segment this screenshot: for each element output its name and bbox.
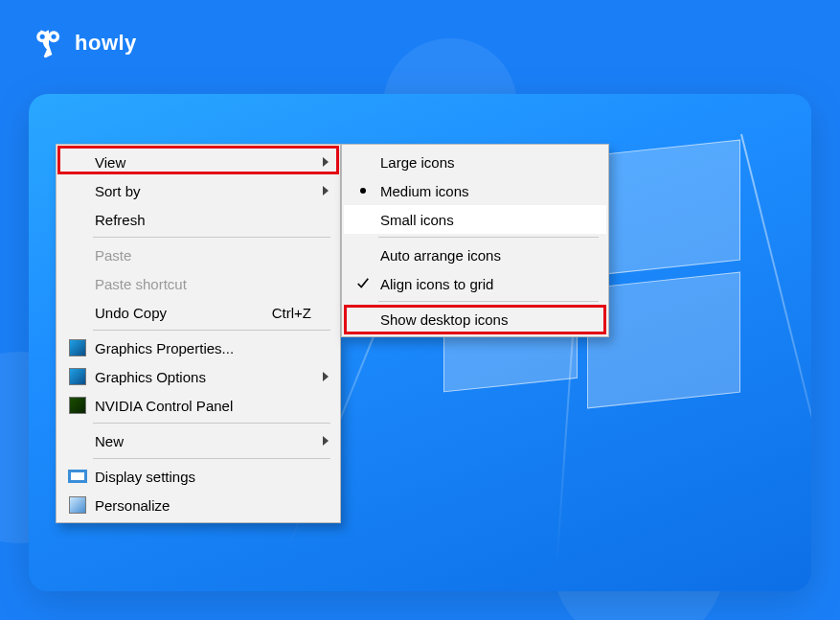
menu-separator [93,423,330,424]
menu-item-refresh[interactable]: Refresh [58,205,338,234]
svg-point-2 [40,34,45,39]
menu-item-graphics-properties[interactable]: Graphics Properties... [58,333,338,362]
menu-item-graphics-options[interactable]: Graphics Options [58,362,338,391]
view-submenu: Large icons Medium icons Small icons Aut… [341,144,609,337]
menu-accelerator: Ctrl+Z [272,305,311,321]
menu-label: Large icons [380,154,579,171]
menu-label: Personalize [95,497,311,514]
menu-label: Paste [95,247,311,264]
menu-separator [93,458,330,459]
submenu-item-large-icons[interactable]: Large icons [344,148,606,176]
menu-item-personalize[interactable]: Personalize [58,491,338,519]
menu-item-paste-shortcut: Paste shortcut [58,269,338,298]
submenu-item-show-desktop-icons[interactable]: Show desktop icons [344,305,606,333]
personalize-icon [69,496,86,514]
menu-label: Auto arrange icons [380,247,579,264]
submenu-item-align-icons-to-grid[interactable]: Align icons to grid [344,269,606,298]
chevron-right-icon [323,372,329,381]
menu-item-paste: Paste [58,241,338,269]
menu-label: Paste shortcut [95,276,311,292]
menu-label: Small icons [380,212,579,228]
intel-icon [69,368,86,385]
menu-item-display-settings[interactable]: Display settings [58,462,338,491]
menu-label: Graphics Options [95,369,311,385]
owl-icon [33,27,65,59]
menu-separator [378,301,599,302]
menu-label: New [95,433,311,449]
brand-name: howly [75,31,137,56]
chevron-right-icon [323,186,329,195]
nvidia-icon [69,397,86,414]
chevron-right-icon [323,436,329,446]
menu-label: Sort by [95,183,311,199]
menu-separator [93,330,330,331]
menu-label: Graphics Properties... [95,340,311,356]
menu-label: NVIDIA Control Panel [95,398,311,414]
chevron-right-icon [323,157,329,167]
radio-bullet-icon [360,188,366,194]
menu-item-undo-copy[interactable]: Undo Copy Ctrl+Z [58,298,338,327]
menu-label: Align icons to grid [380,276,579,292]
menu-item-new[interactable]: New [58,426,338,455]
desktop-context-menu: View Sort by Refresh Paste Paste shortcu… [56,144,341,523]
intel-icon [69,339,86,356]
brand-logo: howly [33,27,137,59]
submenu-item-auto-arrange-icons[interactable]: Auto arrange icons [344,241,606,269]
menu-label: Undo Copy [95,305,245,321]
menu-label: Show desktop icons [380,311,579,328]
menu-label: Medium icons [380,183,579,199]
menu-separator [378,237,599,238]
submenu-item-small-icons[interactable]: Small icons [344,205,606,234]
menu-label: View [95,154,311,171]
menu-label: Display settings [95,469,311,485]
desktop-wallpaper[interactable]: View Sort by Refresh Paste Paste shortcu… [29,94,811,591]
menu-item-nvidia-control-panel[interactable]: NVIDIA Control Panel [58,391,338,420]
menu-label: Refresh [95,212,311,228]
svg-point-3 [52,34,57,39]
display-icon [68,470,87,483]
menu-item-view[interactable]: View [58,148,338,176]
submenu-item-medium-icons[interactable]: Medium icons [344,176,606,205]
menu-separator [93,237,330,238]
check-icon [356,277,370,290]
menu-item-sort-by[interactable]: Sort by [58,176,338,205]
